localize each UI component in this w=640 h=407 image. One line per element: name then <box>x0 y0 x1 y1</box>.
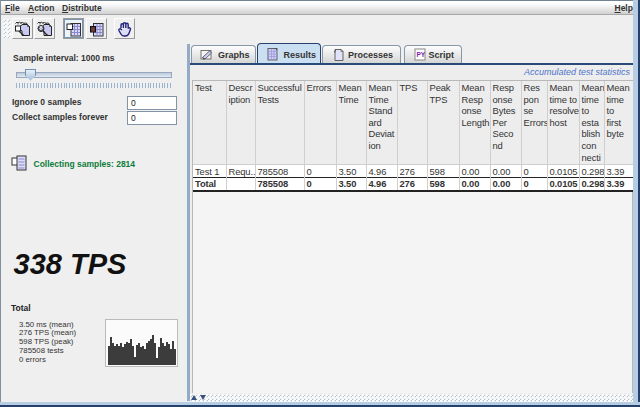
svg-text:PY: PY <box>416 51 425 58</box>
